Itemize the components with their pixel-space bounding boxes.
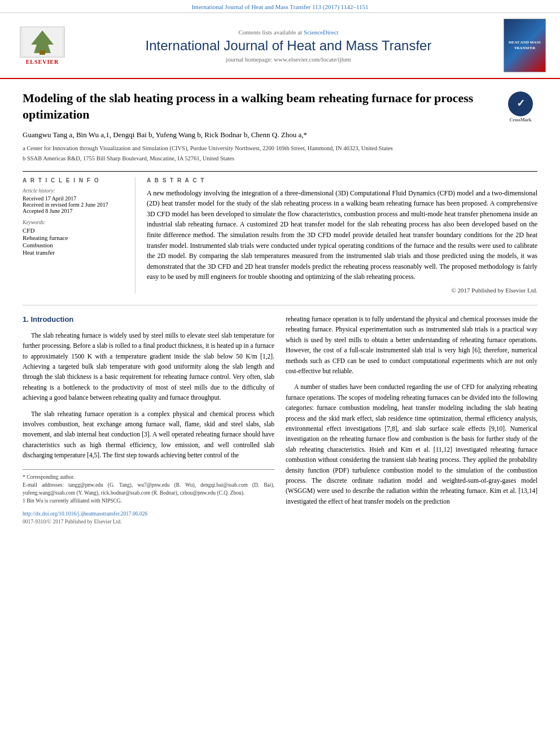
keywords-section: Keywords: CFD Reheating furnace Combusti… — [23, 220, 126, 256]
keyword-item: Reheating furnace — [23, 234, 126, 241]
accepted-date: Accepted 8 June 2017 — [23, 208, 126, 214]
keywords-list: CFD Reheating furnace Combustion Heat tr… — [23, 227, 126, 256]
footnotes-section: * Corresponding author. E-mail addresses… — [23, 469, 274, 505]
intro-para-2: The slab reheating furnace operation is … — [23, 409, 274, 461]
journal-header: ELSEVIER Contents lists available at Sci… — [0, 13, 560, 79]
journal-citation-text: International Journal of Heat and Mass T… — [191, 3, 368, 10]
sciencedirect-link-text[interactable]: ScienceDirect — [304, 29, 339, 36]
footnote-1: 1 Bin Wu is currently affiliated with NI… — [23, 497, 274, 505]
sciencedirect-link: Contents lists available at ScienceDirec… — [73, 29, 504, 36]
crossmark-icon: ✓ — [508, 91, 533, 116]
copyright-notice: © 2017 Published by Elsevier Ltd. — [147, 287, 537, 294]
right-para-2: A number of studies have been conducted … — [286, 382, 537, 506]
revised-date: Received in revised form 2 June 2017 — [23, 202, 126, 208]
left-body-col: 1. Introduction The slab reheating furna… — [23, 314, 274, 526]
journal-cover-image: HEAT AND MASS TRANSFER — [504, 19, 549, 72]
info-abstract-section: A R T I C L E I N F O Article history: R… — [23, 171, 537, 294]
article-info-heading: A R T I C L E I N F O — [23, 177, 126, 184]
article-history: Article history: Received 17 April 2017 … — [23, 188, 126, 214]
issn-copyright: 0017-9310/© 2017 Published by Elsevier L… — [23, 518, 274, 526]
body-divider — [23, 305, 537, 305]
authors-line: Guangwu Tang a, Bin Wu a,1, Dengqi Bai b… — [23, 130, 537, 139]
affiliation-b: b SSAB Americas R&D, 1755 Bill Sharp Bou… — [23, 154, 537, 163]
keyword-item: CFD — [23, 227, 126, 234]
email-addresses-note: E-mail addresses: tangg@pnw.edu (G. Tang… — [23, 481, 274, 497]
right-body-col: reheating furnace operation is to fully … — [286, 314, 537, 526]
svg-rect-2 — [40, 50, 45, 55]
article-container: Modeling of the slab heating process in … — [0, 79, 560, 537]
affiliations: a Center for Innovation through Visualiz… — [23, 144, 537, 163]
received-date: Received 17 April 2017 — [23, 195, 126, 202]
elsevier-logo-area: ELSEVIER — [11, 27, 73, 65]
journal-homepage-url: journal homepage: www.elsevier.com/locat… — [73, 56, 504, 63]
journal-citation-bar: International Journal of Heat and Mass T… — [0, 0, 560, 13]
article-info-panel: A R T I C L E I N F O Article history: R… — [23, 177, 135, 294]
intro-heading: 1. Introduction — [23, 314, 274, 326]
keyword-item: Combustion — [23, 242, 126, 248]
crossmark-badge[interactable]: ✓ CrossMark — [504, 90, 537, 124]
keywords-label: Keywords: — [23, 220, 126, 225]
doi-footer: http://dx.doi.org/10.1016/j.ijheatmasstr… — [23, 510, 274, 526]
right-para-1: reheating furnace operation is to fully … — [286, 314, 537, 376]
intro-para-1: The slab reheating furnace is widely use… — [23, 330, 274, 403]
body-columns: 1. Introduction The slab reheating furna… — [23, 314, 537, 526]
corresponding-author-note: * Corresponding author. — [23, 473, 274, 481]
journal-name-heading: International Journal of Heat and Mass T… — [73, 38, 504, 54]
doi-link[interactable]: http://dx.doi.org/10.1016/j.ijheatmasstr… — [23, 511, 147, 517]
elsevier-tree-image — [20, 27, 65, 58]
journal-title-area: Contents lists available at ScienceDirec… — [73, 29, 504, 63]
keyword-item: Heat transfer — [23, 249, 126, 256]
abstract-panel: A B S T R A C T A new methodology involv… — [147, 177, 537, 294]
article-title: Modeling of the slab heating process in … — [23, 90, 537, 123]
abstract-heading: A B S T R A C T — [147, 177, 537, 184]
history-label: Article history: — [23, 188, 126, 194]
affiliation-a: a Center for Innovation through Visualiz… — [23, 144, 537, 153]
abstract-body: A new methodology involving the integrat… — [147, 188, 537, 282]
crossmark-label: CrossMark — [510, 117, 532, 123]
elsevier-brand-text: ELSEVIER — [26, 59, 59, 65]
